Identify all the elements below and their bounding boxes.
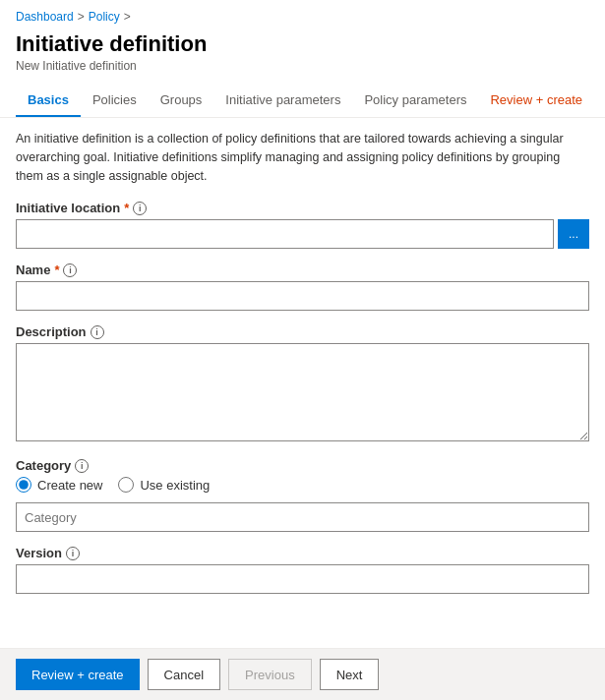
category-label: Category i xyxy=(16,458,589,473)
required-marker: * xyxy=(124,201,129,215)
initiative-location-input-row: ... xyxy=(16,219,589,249)
version-label: Version i xyxy=(16,546,589,560)
description-label: Description i xyxy=(16,324,589,339)
version-group: Version i xyxy=(16,546,589,594)
category-create-new-radio[interactable] xyxy=(16,477,31,493)
breadcrumb-policy[interactable]: Policy xyxy=(89,10,120,24)
name-label: Name * i xyxy=(16,262,589,277)
version-input[interactable] xyxy=(16,564,589,594)
name-info-icon[interactable]: i xyxy=(63,263,77,277)
breadcrumb-sep-2: > xyxy=(124,10,131,24)
page-subtitle: New Initiative definition xyxy=(16,59,589,73)
next-button[interactable]: Next xyxy=(320,659,380,690)
tabs-container: Basics Policies Groups Initiative parame… xyxy=(0,85,605,118)
category-use-existing-label: Use existing xyxy=(140,478,210,493)
description-info-icon[interactable]: i xyxy=(91,325,104,339)
review-create-button[interactable]: Review + create xyxy=(16,659,140,690)
main-content: An initiative definition is a collection… xyxy=(0,118,605,619)
category-group: Category i Create new Use existing xyxy=(16,458,589,532)
description-input[interactable] xyxy=(16,343,589,441)
category-radio-group: Create new Use existing xyxy=(16,477,589,493)
category-create-new-option[interactable]: Create new xyxy=(16,477,102,493)
name-input[interactable] xyxy=(16,281,589,311)
tab-groups[interactable]: Groups xyxy=(149,85,214,117)
tab-initiative-parameters[interactable]: Initiative parameters xyxy=(213,85,352,117)
initiative-location-input[interactable] xyxy=(16,219,554,249)
browse-button[interactable]: ... xyxy=(558,219,589,249)
initiative-location-info-icon[interactable]: i xyxy=(133,202,147,215)
page-header: Initiative definition New Initiative def… xyxy=(0,28,605,75)
version-info-icon[interactable]: i xyxy=(66,547,80,560)
page-title: Initiative definition xyxy=(16,31,589,57)
previous-button: Previous xyxy=(228,659,312,690)
tab-review-create[interactable]: Review + create xyxy=(478,85,594,117)
tab-policies[interactable]: Policies xyxy=(81,85,149,117)
footer: Review + create Cancel Previous Next xyxy=(0,648,605,700)
breadcrumb-dashboard[interactable]: Dashboard xyxy=(16,10,74,24)
cancel-button[interactable]: Cancel xyxy=(148,659,220,690)
category-use-existing-option[interactable]: Use existing xyxy=(118,477,210,493)
category-create-new-label: Create new xyxy=(37,478,102,493)
name-required-marker: * xyxy=(54,262,59,277)
description-text: An initiative definition is a collection… xyxy=(16,130,589,185)
description-group: Description i xyxy=(16,324,589,444)
tab-policy-parameters[interactable]: Policy parameters xyxy=(352,85,478,117)
name-group: Name * i xyxy=(16,262,589,311)
tab-basics[interactable]: Basics xyxy=(16,85,81,117)
breadcrumb: Dashboard > Policy > xyxy=(0,0,605,28)
initiative-location-label: Initiative location * i xyxy=(16,201,589,215)
breadcrumb-sep-1: > xyxy=(78,10,85,24)
initiative-location-group: Initiative location * i ... xyxy=(16,201,589,249)
category-use-existing-radio[interactable] xyxy=(118,477,134,493)
category-input[interactable] xyxy=(16,502,589,532)
category-info-icon[interactable]: i xyxy=(75,459,89,473)
